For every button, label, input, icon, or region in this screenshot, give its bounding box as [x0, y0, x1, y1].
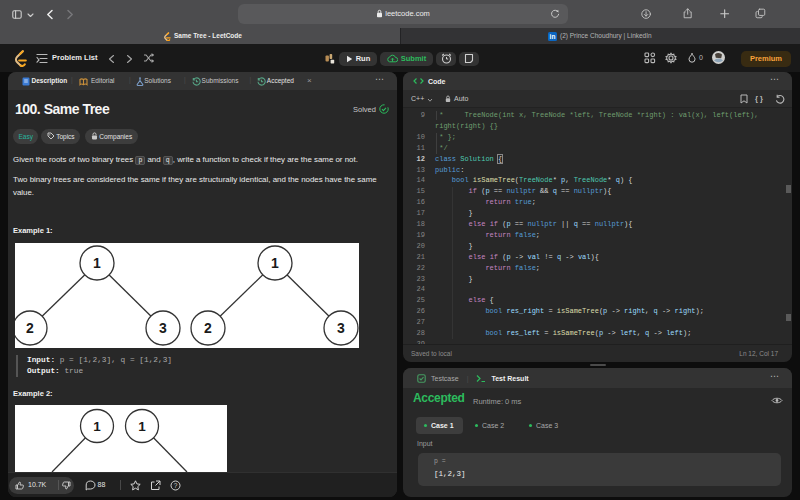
svg-text:1: 1: [93, 255, 101, 271]
svg-text:3: 3: [159, 320, 167, 336]
svg-text:3: 3: [337, 320, 345, 336]
svg-text:1: 1: [138, 419, 146, 434]
svg-text:1: 1: [93, 419, 101, 434]
svg-text:?: ?: [174, 482, 178, 489]
svg-text:in: in: [550, 33, 556, 40]
svg-text:2: 2: [204, 320, 212, 336]
svg-text:2: 2: [26, 320, 34, 336]
svg-text:1: 1: [271, 255, 279, 271]
